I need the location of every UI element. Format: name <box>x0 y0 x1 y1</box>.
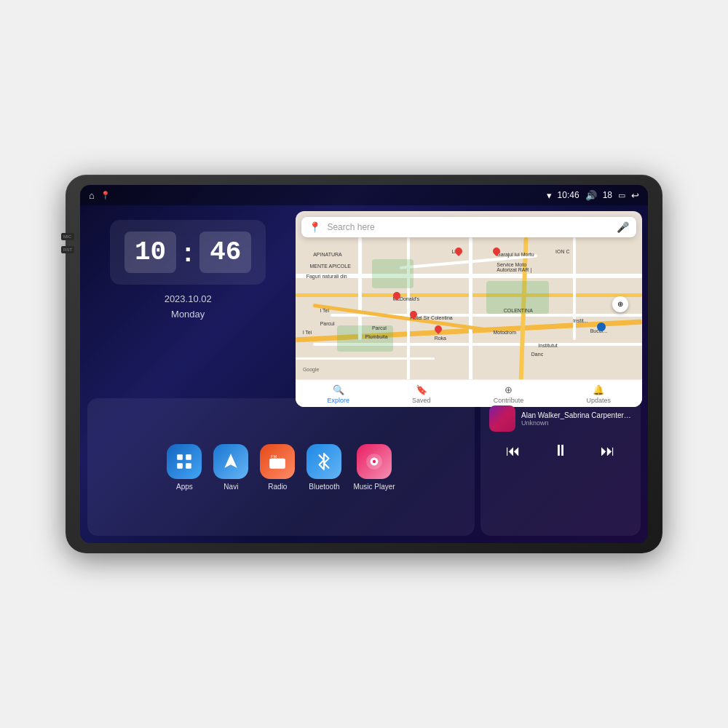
bottom-section: Apps Navi <box>80 392 648 543</box>
map-label-teiparcul: l Tei <box>303 330 312 335</box>
music-artist: Unknown <box>521 419 632 427</box>
music-thumbnail <box>489 405 515 432</box>
music-player-panel: Alan Walker_Sabrina Carpenter_F... Unkno… <box>480 398 641 536</box>
map-label-apinatura: APINATURA <box>313 252 342 257</box>
app-icon-navi[interactable]: Navi <box>213 444 248 491</box>
map-label-faguri: Faguri naturali din <box>306 274 347 279</box>
status-bar: ⌂ 📍 ▾ 10:46 🔊 18 ▭ ↩ <box>80 185 648 205</box>
clock-hours: 10 <box>124 232 176 273</box>
day-text: Monday <box>165 307 212 323</box>
apps-icon-circle <box>167 444 202 479</box>
back-icon[interactable]: ↩ <box>631 190 639 201</box>
map-panel: 📍 Search here 🎤 <box>296 205 648 413</box>
map-label-roka: Roka <box>435 336 446 341</box>
clock-minutes: 46 <box>199 232 251 273</box>
map-label-parcul2: Parcul <box>320 321 335 326</box>
status-left-icons: ⌂ 📍 <box>89 190 111 201</box>
volume-level: 18 <box>603 190 612 200</box>
map-search-placeholder[interactable]: Search here <box>327 222 611 232</box>
google-logo: Google <box>303 367 320 372</box>
music-next-button[interactable]: ⏭ <box>595 438 621 464</box>
window-icon: ▭ <box>618 191 625 200</box>
svg-point-6 <box>274 462 276 464</box>
svg-rect-3 <box>186 463 192 469</box>
app-icon-bluetooth[interactable]: Bluetooth <box>306 444 341 491</box>
music-title: Alan Walker_Sabrina Carpenter_F... <box>521 411 632 419</box>
map-label-colentina: COLENTINA <box>504 308 533 313</box>
map-label-tei: l Tei <box>320 308 329 313</box>
apps-label: Apps <box>176 483 193 491</box>
map-container[interactable]: 📍 Search here 🎤 <box>296 211 642 407</box>
music-icon-circle <box>357 444 392 479</box>
navi-label: Navi <box>223 483 238 491</box>
mic-label: MIC <box>61 233 74 240</box>
map-label-danc: Danc <box>531 352 543 357</box>
clock-colon: : <box>183 237 192 268</box>
map-search-bar[interactable]: 📍 Search here 🎤 <box>301 217 636 237</box>
wifi-signal-icon: ▾ <box>547 190 552 201</box>
volume-icon: 🔊 <box>585 190 597 201</box>
music-label: Music Player <box>353 483 395 491</box>
app-icon-radio[interactable]: FM Radio <box>260 444 295 491</box>
status-time: 10:46 <box>558 190 579 200</box>
screen: ⌂ 📍 ▾ 10:46 🔊 18 ▭ ↩ 10 : 46 2023.10.02 <box>80 185 648 543</box>
map-label-garajul: Garajul lui Mortu <box>496 252 534 257</box>
map-pin-icon: 📍 <box>309 221 321 233</box>
map-label-motodrom: Motodrom <box>493 330 516 335</box>
svg-rect-2 <box>178 463 183 469</box>
map-label-mente: MENTE APICOLE <box>309 264 350 269</box>
bluetooth-icon-circle <box>306 444 341 479</box>
radio-icon-circle: FM <box>260 444 295 479</box>
clock-widget: 10 : 46 <box>110 220 266 285</box>
bluetooth-label: Bluetooth <box>309 483 339 491</box>
app-icons-row: Apps Navi <box>167 444 395 491</box>
music-info-row: Alan Walker_Sabrina Carpenter_F... Unkno… <box>489 405 632 432</box>
date-widget: 2023.10.02 Monday <box>165 292 212 323</box>
main-content: 10 : 46 2023.10.02 Monday 📍 Search here … <box>80 205 648 413</box>
rst-label: RST <box>61 246 74 253</box>
home-icon[interactable]: ⌂ <box>89 190 95 201</box>
app-icon-apps[interactable]: Apps <box>167 444 202 491</box>
map-visual: APINATURA MENTE APICOLE Faguri naturali … <box>296 237 642 384</box>
app-icons-panel: Apps Navi <box>87 398 475 536</box>
music-album-art <box>489 405 515 432</box>
map-label-service: Service MotoAutorizat RAR | <box>496 262 531 272</box>
map-compass-icon[interactable]: ⊕ <box>612 296 628 312</box>
map-label-inst: Institutut <box>538 343 557 348</box>
map-label-ion: ION C <box>555 249 569 254</box>
map-label-plumbuita: Plumbuita <box>365 334 388 339</box>
svg-rect-1 <box>186 454 192 460</box>
map-label-parcul: Parcul <box>372 325 387 331</box>
maps-icon[interactable]: 📍 <box>100 191 111 200</box>
radio-label: Radio <box>268 483 287 491</box>
date-text: 2023.10.02 <box>165 292 212 307</box>
map-label-instit2: Instit... <box>573 318 588 323</box>
map-mic-icon[interactable]: 🎤 <box>617 221 629 233</box>
music-text-block: Alan Walker_Sabrina Carpenter_F... Unkno… <box>521 411 632 427</box>
music-prev-button[interactable]: ⏮ <box>500 438 526 464</box>
svg-rect-0 <box>178 454 183 460</box>
app-icon-music[interactable]: Music Player <box>353 444 395 491</box>
music-controls: ⏮ ⏸ ⏭ <box>489 438 632 464</box>
car-head-unit: MIC RST ⌂ 📍 ▾ 10:46 🔊 18 ▭ ↩ 10 : 46 <box>66 175 662 553</box>
clock-panel: 10 : 46 2023.10.02 Monday <box>80 205 296 413</box>
side-buttons: MIC RST <box>61 233 74 253</box>
svg-text:FM: FM <box>272 454 277 458</box>
music-play-button[interactable]: ⏸ <box>547 438 574 464</box>
navi-icon-circle <box>213 444 248 479</box>
svg-point-12 <box>373 460 376 463</box>
